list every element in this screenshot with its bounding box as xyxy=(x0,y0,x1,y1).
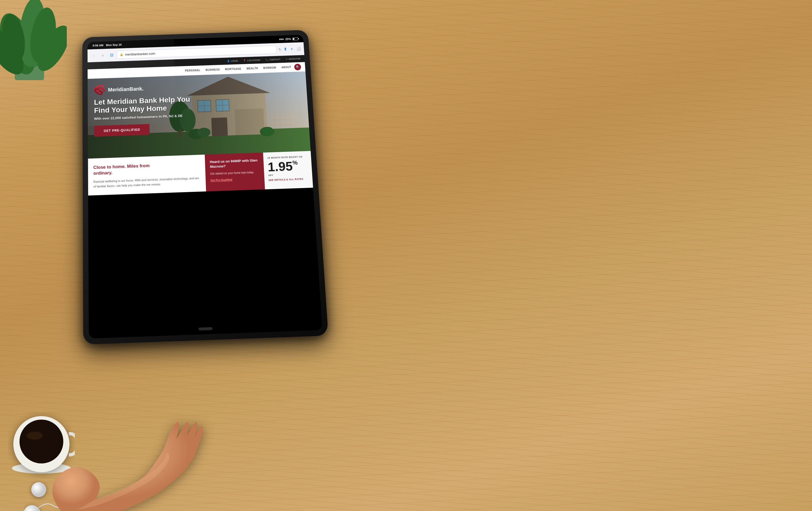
ipad-screen: 9:56 AM Mon Sep 16 ▾▾▾ 25% ‹ › ⊟ xyxy=(87,35,322,338)
locations-icon: 📍 xyxy=(243,59,246,62)
rate-label: 18 MONTH RATE BOOST CD xyxy=(267,155,307,159)
locations-label: LOCATIONS xyxy=(247,59,260,62)
investor-link[interactable]: ↗ INVESTOR xyxy=(286,57,300,60)
investor-icon: ↗ xyxy=(286,58,288,61)
get-prequalified-link[interactable]: Get Pre-Qualified xyxy=(210,177,260,182)
nav-wealth[interactable]: WEALTH xyxy=(244,65,260,72)
investor-label: INVESTOR xyxy=(288,57,300,60)
meridian-logo-icon xyxy=(94,84,106,96)
nav-personal[interactable]: PERSONAL xyxy=(183,67,202,74)
rate-percent: % xyxy=(292,160,298,166)
reload-button[interactable]: ↻ xyxy=(278,47,282,51)
url-actions: ⬆ + ⬜ xyxy=(283,46,301,52)
nav-about[interactable]: ABOUT xyxy=(279,64,294,70)
back-button[interactable]: ‹ xyxy=(91,52,97,59)
content-sections: Close to home. Miles fromordinary. finan… xyxy=(88,151,313,196)
get-prequalified-button[interactable]: GET PRE-QUALIFIED xyxy=(94,124,150,137)
status-bar-right: ▾▾▾ 25% xyxy=(279,37,298,41)
search-icon: 🔍 xyxy=(296,65,300,69)
ipad-frame: 9:56 AM Mon Sep 16 ▾▾▾ 25% ‹ › ⊟ xyxy=(82,30,328,344)
nav-borrow[interactable]: BORROW xyxy=(261,65,278,71)
battery-icon xyxy=(292,37,298,40)
see-details-link[interactable]: SEE DETAILS & ALL RATES xyxy=(268,177,309,181)
earbuds-decoration xyxy=(13,361,67,409)
ipad-device: 9:56 AM Mon Sep 16 ▾▾▾ 25% ‹ › ⊟ xyxy=(82,30,328,344)
forward-button[interactable]: › xyxy=(99,52,106,59)
wifi-icon: ▾▾▾ xyxy=(279,38,284,41)
svg-point-11 xyxy=(27,432,43,439)
hero-section: MeridianBank. Let Meridian Bank Help You… xyxy=(88,72,311,159)
contact-label: CONTACT xyxy=(269,58,281,61)
ssl-lock-icon: 🔒 xyxy=(120,53,123,56)
bank-name-text: MeridianBank. xyxy=(108,86,144,93)
section-right: 18 MONTH RATE BOOST CD 1.95 % APY SEE DE… xyxy=(263,151,313,190)
battery-percent: 25% xyxy=(285,37,291,40)
rate-display: 1.95 % xyxy=(267,160,308,174)
login-icon: 👤 xyxy=(227,60,230,62)
svg-point-10 xyxy=(20,420,63,463)
battery-fill xyxy=(293,38,294,40)
locations-link[interactable]: 📍 LOCATIONS xyxy=(243,59,260,62)
date-display: Mon Sep 16 xyxy=(106,43,122,47)
url-bar[interactable]: 🔒 meridianbanker.com xyxy=(117,46,277,59)
rate-number: 1.95 xyxy=(267,160,293,174)
website-content: 👤 LOGIN 📍 LOCATIONS 📞 CONTACT ↗ INVESTOR xyxy=(88,55,313,196)
section-left-title: Close to home. Miles fromordinary. xyxy=(93,161,200,177)
status-bar-left: 9:56 AM Mon Sep 16 xyxy=(93,43,122,47)
svg-point-12 xyxy=(24,505,40,511)
section-middle: Heard us on 94WIP with Glen Macnow? Get … xyxy=(205,152,265,192)
login-link[interactable]: 👤 LOGIN xyxy=(227,60,238,62)
tabs-icon[interactable]: ⬜ xyxy=(296,47,301,51)
contact-icon: 📞 xyxy=(265,59,268,61)
share-icon[interactable]: ⬆ xyxy=(283,47,287,52)
login-label: LOGIN xyxy=(231,60,238,62)
section-left: Close to home. Miles fromordinary. finan… xyxy=(88,154,206,196)
url-text: meridianbanker.com xyxy=(125,52,155,56)
hero-content: MeridianBank. Let Meridian Bank Help You… xyxy=(88,72,310,143)
section-left-text: financial wellbeing is our focus. With a… xyxy=(93,176,201,189)
section-middle-title: Heard us on 94WIP with Glen Macnow? xyxy=(210,158,259,169)
search-button[interactable]: 🔍 xyxy=(294,64,301,70)
new-tab-icon[interactable]: + xyxy=(290,47,293,51)
contact-link[interactable]: 📞 CONTACT xyxy=(265,58,281,61)
coffee-cup-decoration xyxy=(8,412,67,471)
time-display: 9:56 AM xyxy=(93,44,104,47)
svg-point-13 xyxy=(31,482,46,497)
plant-decoration xyxy=(0,0,67,80)
nav-business[interactable]: BUSINESS xyxy=(204,66,222,73)
section-middle-text: Get started on your home loan today. xyxy=(210,170,259,176)
bookmarks-button[interactable]: ⊟ xyxy=(108,52,115,58)
nav-mortgage[interactable]: MORTGAGE xyxy=(223,66,243,72)
home-button[interactable] xyxy=(199,327,212,331)
